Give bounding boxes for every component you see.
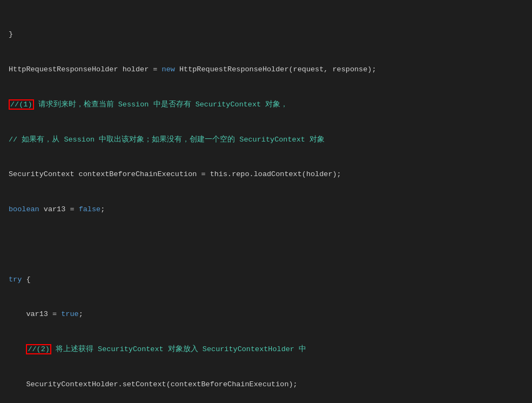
- code-line-11: SecurityContextHolder.setContext(context…: [9, 379, 523, 391]
- code-line-8: try {: [9, 274, 523, 286]
- code-line-4: // 如果有，从 Session 中取出该对象；如果没有，创建一个空的 Secu…: [9, 134, 523, 146]
- code-block-top: } HttpRequestResponseHolder holder = new…: [0, 0, 532, 403]
- code-line-7: [9, 239, 523, 251]
- code-line-5: SecurityContext contextBeforeChainExecut…: [9, 169, 523, 180]
- code-line-9: var13 = true;: [9, 308, 523, 320]
- code-line-2: HttpRequestResponseHolder holder = new H…: [9, 64, 523, 76]
- code-line-1: }: [9, 29, 523, 41]
- screenshot-container: } HttpRequestResponseHolder holder = new…: [0, 0, 532, 403]
- code-line-10: //(2) 将上述获得 SecurityContext 对象放入 Securit…: [9, 344, 523, 355]
- code-line-6: boolean var13 = false;: [9, 204, 523, 216]
- code-line-3: //(1) 请求到来时，检查当前 Session 中是否存有 SecurityC…: [9, 99, 523, 111]
